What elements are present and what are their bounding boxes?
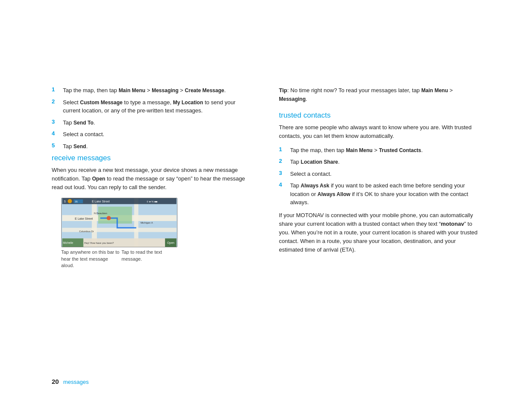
receive-messages-heading: receive messages <box>52 154 253 162</box>
tc-step-1-num: 1 <box>279 146 289 153</box>
page-section-label: messages <box>63 379 89 385</box>
svg-text:Columbus Dr: Columbus Dr <box>79 230 94 233</box>
step-5: 5 Tap Send. <box>52 142 253 151</box>
svg-text:S: S <box>64 200 66 203</box>
trusted-contacts-body: There are some people who always want to… <box>279 123 481 140</box>
tc-step-3-text: Select a contact. <box>290 170 332 178</box>
svg-text:Open: Open <box>167 242 174 245</box>
trusted-contacts-steps: 1 Tap the map, then tap Main Menu > Trus… <box>279 146 481 207</box>
svg-text:Michelle: Michelle <box>63 242 73 245</box>
map-container: E Lake Street N Beaubien Columbus Dr Mic… <box>61 198 188 269</box>
svg-point-12 <box>68 199 72 203</box>
tc-step-3-num: 3 <box>279 170 289 176</box>
left-column: 1 Tap the map, then tap Main Menu > Mess… <box>52 86 253 274</box>
svg-text:E Lake Street: E Lake Street <box>75 218 93 221</box>
step-5-num: 5 <box>52 142 61 149</box>
step-4-text: Select a contact. <box>63 130 104 139</box>
tc-step-4: 4 Tap Always Ask if you want to be asked… <box>279 181 481 207</box>
tc-step-2: 2 Tap Location Share. <box>279 158 481 166</box>
steps-list: 1 Tap the map, then tap Main Menu > Mess… <box>52 86 253 150</box>
map-image: E Lake Street N Beaubien Columbus Dr Mic… <box>61 198 177 247</box>
step-2-num: 2 <box>52 98 61 105</box>
svg-text:E Lake Street: E Lake Street <box>92 200 110 203</box>
svg-text:0 ►% ■■: 0 ►% ■■ <box>147 200 158 203</box>
page-number: 20 <box>52 378 59 385</box>
tc-step-1: 1 Tap the map, then tap Main Menu > Trus… <box>279 146 481 155</box>
tc-step-2-num: 2 <box>279 158 289 164</box>
tc-step-4-num: 4 <box>279 181 289 188</box>
svg-rect-5 <box>98 207 132 224</box>
step-3-num: 3 <box>52 118 61 125</box>
step-5-text: Tap Send. <box>63 142 88 151</box>
right-column: Tip: No time right now? To read your mes… <box>279 86 481 274</box>
receive-messages-body: When you receive a new text message, you… <box>52 166 253 192</box>
tc-step-2-text: Tap Location Share. <box>290 158 340 166</box>
svg-point-17 <box>107 216 111 221</box>
step-3-text: Tap Send To. <box>63 118 95 127</box>
trusted-contacts-footer: If your MOTONAV is connected with your m… <box>279 211 481 255</box>
step-2: 2 Select Custom Message to type a messag… <box>52 98 253 115</box>
page-footer: 20 messages <box>52 378 89 385</box>
page: 1 Tap the map, then tap Main Menu > Mess… <box>0 0 532 411</box>
map-caption-left: Tap anywhere on this bar to hear the tex… <box>61 249 121 269</box>
step-1-text: Tap the map, then tap Main Menu > Messag… <box>63 86 226 95</box>
step-1-num: 1 <box>52 86 61 93</box>
content-area: 1 Tap the map, then tap Main Menu > Mess… <box>0 0 532 299</box>
step-1: 1 Tap the map, then tap Main Menu > Mess… <box>52 86 253 95</box>
svg-text:N Beaubien: N Beaubien <box>94 212 107 215</box>
step-2-text: Select Custom Message to type a message,… <box>63 98 253 115</box>
tip-bold: Tip <box>279 87 287 93</box>
map-caption-right: Tap to read the text message. <box>121 249 177 269</box>
tc-step-1-text: Tap the map, then tap Main Menu > Truste… <box>290 146 423 155</box>
trusted-contacts-heading: trusted contacts <box>279 111 481 120</box>
tc-step-3: 3 Select a contact. <box>279 170 481 178</box>
tc-step-4-text: Tap Always Ask if you want to be asked e… <box>290 181 481 207</box>
step-3: 3 Tap Send To. <box>52 118 253 127</box>
svg-text:35: 35 <box>75 200 78 203</box>
svg-text:Michigan A: Michigan A <box>140 221 153 224</box>
step-4: 4 Select a contact. <box>52 130 253 139</box>
tip-text: Tip: No time right now? To read your mes… <box>279 86 481 103</box>
svg-text:Hey! How have you been?: Hey! How have you been? <box>84 242 114 245</box>
step-4-num: 4 <box>52 130 61 137</box>
map-caption-row: Tap anywhere on this bar to hear the tex… <box>61 249 177 269</box>
